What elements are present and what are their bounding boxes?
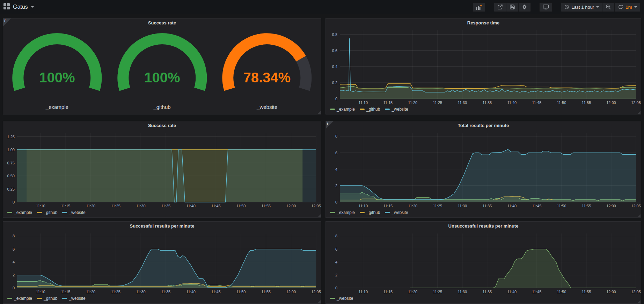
gauge-label: _website xyxy=(257,103,277,112)
legend-item-_website[interactable]: _website xyxy=(62,296,85,301)
resize-handle[interactable] xyxy=(318,214,321,217)
svg-text:11:15: 11:15 xyxy=(383,204,393,208)
panel-title[interactable]: Total results per minute xyxy=(326,121,641,130)
legend-color-dash xyxy=(7,298,12,299)
svg-text:8: 8 xyxy=(13,234,15,238)
settings-gear-icon[interactable] xyxy=(518,2,531,12)
legend-color-dash xyxy=(330,212,335,213)
resize-handle[interactable] xyxy=(638,111,641,114)
chart-svg: 0246811:1011:1511:2011:2511:3011:3511:40… xyxy=(326,231,641,295)
time-range-picker[interactable]: Last 1 hour xyxy=(561,2,602,12)
svg-text:0: 0 xyxy=(13,286,15,290)
legend-item-_github[interactable]: _github xyxy=(360,210,380,215)
dashboard-title[interactable]: Gatus xyxy=(13,4,28,10)
resize-handle[interactable] xyxy=(318,300,321,303)
svg-text:8: 8 xyxy=(335,234,337,238)
svg-text:11:20: 11:20 xyxy=(408,290,417,294)
cycle-view-monitor-icon[interactable] xyxy=(539,2,552,12)
legend-series-name: _example xyxy=(337,210,355,215)
legend-item-_example[interactable]: _example xyxy=(330,107,355,112)
panel-title[interactable]: Success rate xyxy=(3,121,321,130)
svg-text:0.75: 0.75 xyxy=(7,161,15,165)
svg-text:11:35: 11:35 xyxy=(161,290,170,294)
legend-item-_example[interactable]: _example xyxy=(7,210,32,215)
legend-item-_example[interactable]: _example xyxy=(7,296,32,301)
legend-item-_website[interactable]: _website xyxy=(385,210,408,215)
chart-svg: 00.20.40.60.811:1011:1511:2011:2511:3011… xyxy=(326,28,641,106)
nav-bar: Gatus xyxy=(0,0,644,14)
svg-text:0.4: 0.4 xyxy=(332,65,337,69)
legend-color-dash xyxy=(330,109,335,110)
svg-text:11:25: 11:25 xyxy=(433,204,442,208)
svg-text:6: 6 xyxy=(335,151,337,155)
svg-text:0.25: 0.25 xyxy=(7,187,15,191)
series-_website xyxy=(410,249,636,288)
legend-color-dash xyxy=(385,109,390,110)
panel-title[interactable]: Unsuccessful results per minute xyxy=(326,222,641,231)
gauge-value: 100% xyxy=(144,70,180,85)
legend-item-_website[interactable]: _website xyxy=(62,210,85,215)
legend-color-dash xyxy=(37,298,42,299)
info-icon[interactable]: i xyxy=(3,18,11,26)
legend-series-name: _example xyxy=(14,296,32,301)
svg-text:4: 4 xyxy=(335,167,337,171)
save-button[interactable] xyxy=(506,2,518,12)
zoom-out-button[interactable] xyxy=(602,2,614,12)
svg-text:12:05: 12:05 xyxy=(631,101,641,105)
success-rate-chart: 00.250.500.751.001.2511:1011:1511:2011:2… xyxy=(3,130,321,209)
panel-title[interactable]: Success rate xyxy=(3,18,321,28)
chart-svg: 0246811:1011:1511:2011:2511:3011:3511:40… xyxy=(326,130,641,209)
gauge-svg: 100% xyxy=(110,29,215,103)
chart-legend: _example_github_website xyxy=(326,209,641,217)
add-panel-button[interactable] xyxy=(473,2,485,12)
svg-text:11:20: 11:20 xyxy=(408,101,417,105)
svg-text:4: 4 xyxy=(13,260,15,264)
resize-handle[interactable] xyxy=(638,214,641,217)
svg-text:11:50: 11:50 xyxy=(236,290,246,294)
svg-text:11:40: 11:40 xyxy=(507,101,517,105)
response-time-chart: 00.20.40.60.811:1011:1511:2011:2511:3011… xyxy=(326,28,641,106)
info-icon[interactable]: i xyxy=(326,121,334,129)
chart-legend: _example_github_website xyxy=(3,209,321,217)
legend-series-name: _website xyxy=(337,296,353,301)
svg-text:11:50: 11:50 xyxy=(557,290,566,294)
panel-success-rate-timeseries: Success rate 00.250.500.751.001.2511:101… xyxy=(3,121,321,218)
y-axis: 02468 xyxy=(335,234,636,290)
resize-handle[interactable] xyxy=(318,111,321,114)
resize-handle[interactable] xyxy=(638,300,641,303)
legend-item-_website[interactable]: _website xyxy=(385,107,408,112)
time-range-label: Last 1 hour xyxy=(571,5,594,10)
refresh-button[interactable]: 1m xyxy=(614,2,641,12)
svg-text:0: 0 xyxy=(335,200,337,204)
svg-text:12:00: 12:00 xyxy=(606,101,616,105)
legend-item-_github[interactable]: _github xyxy=(360,107,380,112)
legend-item-_website[interactable]: _website xyxy=(330,296,353,301)
svg-text:11:55: 11:55 xyxy=(582,290,591,294)
legend-series-name: _website xyxy=(69,210,85,215)
gauge-value: 78.34% xyxy=(243,70,291,85)
share-button[interactable] xyxy=(494,2,506,12)
legend-series-name: _github xyxy=(366,210,380,215)
svg-text:12:00: 12:00 xyxy=(606,290,616,294)
svg-text:2: 2 xyxy=(335,273,337,277)
legend-item-_example[interactable]: _example xyxy=(330,210,355,215)
panel-title[interactable]: Successful results per minute xyxy=(3,222,321,231)
panel-title[interactable]: Response time xyxy=(326,18,641,28)
panel-total-results: i Total results per minute 0246811:1011:… xyxy=(325,121,641,218)
svg-text:6: 6 xyxy=(335,247,337,251)
chevron-down-icon xyxy=(31,6,34,8)
svg-text:11:15: 11:15 xyxy=(61,204,71,208)
svg-text:0.2: 0.2 xyxy=(332,81,337,85)
legend-color-dash xyxy=(330,298,335,299)
svg-text:12:00: 12:00 xyxy=(606,204,616,208)
svg-text:4: 4 xyxy=(335,260,337,264)
legend-item-_github[interactable]: _github xyxy=(37,296,57,301)
legend-item-_github[interactable]: _github xyxy=(37,210,57,215)
gauge-_github: 100%_github xyxy=(110,29,215,112)
svg-text:11:35: 11:35 xyxy=(483,290,492,294)
series-_website xyxy=(340,149,636,202)
svg-text:11:10: 11:10 xyxy=(358,101,368,105)
svg-text:11:45: 11:45 xyxy=(211,290,221,294)
series-_website xyxy=(17,150,316,202)
dashboard-picker[interactable]: Gatus xyxy=(3,3,34,11)
